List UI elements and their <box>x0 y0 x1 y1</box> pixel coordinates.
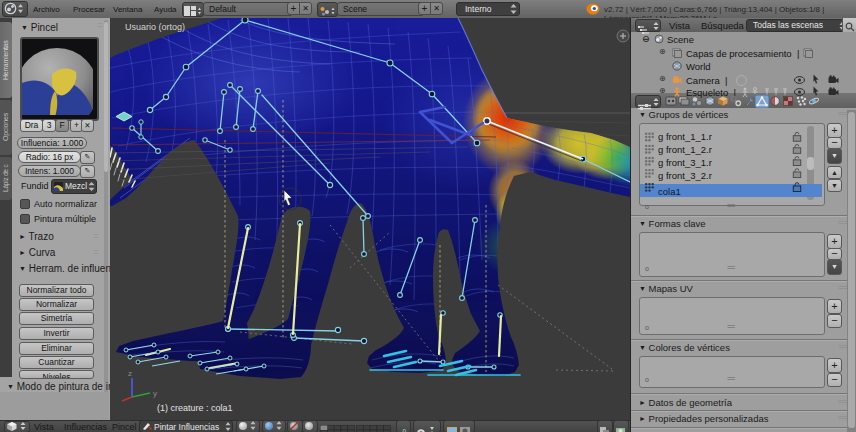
svg-text:y: y <box>153 389 157 398</box>
svg-text:(1) creature : cola1: (1) creature : cola1 <box>157 403 233 413</box>
svg-text:Usuario (ortog): Usuario (ortog) <box>125 22 185 32</box>
svg-text:z: z <box>128 369 132 378</box>
